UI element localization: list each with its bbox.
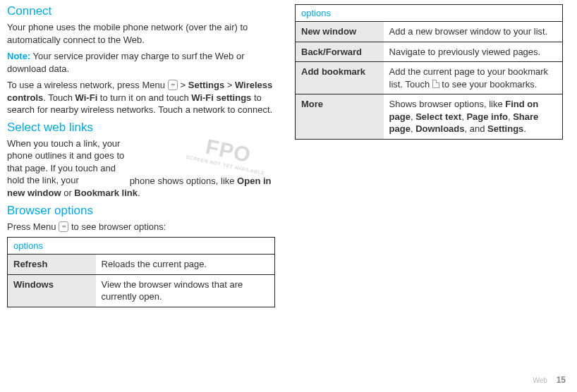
left-column: Connect Your phone uses the mobile phone…: [7, 4, 275, 392]
touch-txt: . Touch: [43, 92, 75, 103]
options-table-left: options Refresh Reloads the current page…: [7, 237, 275, 307]
wireless-pre: To use a wireless network, press Menu: [7, 80, 168, 90]
page-info-bold: Page info: [466, 111, 508, 122]
row-val-add-bookmark: Add the current page to your bookmark li…: [384, 62, 563, 94]
row-key-add-bookmark: Add bookmark: [296, 62, 384, 94]
note-text: Your service provider may charge to surf…: [7, 51, 244, 74]
footer-section: Web: [533, 376, 547, 384]
footer-page-number: 15: [557, 375, 566, 385]
wifi-settings-bold: Wi-Fi settings: [191, 92, 251, 103]
table-header: options: [8, 238, 275, 255]
row-val-windows: View the browser windows that are curren…: [96, 274, 275, 307]
turnon-txt: to turn it on and touch: [97, 92, 191, 103]
table-row: Refresh Reloads the current page.: [8, 255, 275, 275]
row-val-new-window: Add a new browser window to your list.: [384, 22, 563, 42]
select-web-links-block: FPO SCREEN NOT YET AVAILABLE When you to…: [7, 137, 275, 204]
wifi-bold: Wi-Fi: [75, 92, 98, 103]
gt2: >: [224, 80, 235, 90]
settings-bold: Settings: [188, 80, 224, 90]
bookmark-icon: [432, 80, 439, 88]
table-header-row: options: [296, 5, 563, 22]
period2: .: [523, 123, 526, 134]
bookmark-link-bold: Bookmark link: [74, 188, 138, 198]
browser-intro-b: to see browser options:: [68, 221, 166, 232]
row-key-windows: Windows: [8, 274, 96, 307]
row-val-back-forward: Navigate to previously viewed pages.: [384, 42, 563, 62]
more-text-a: Shows browser options, like: [389, 99, 506, 109]
note-label: Note:: [7, 51, 30, 61]
heading-select-web-links: Select web links: [7, 121, 275, 135]
note-paragraph: Note: Your service provider may charge t…: [7, 50, 275, 75]
select-text-b: phone shows options, like: [130, 175, 237, 185]
period1: .: [138, 188, 140, 198]
settings-bold2: Settings: [487, 123, 523, 134]
page-footer: Web 15: [533, 375, 566, 385]
table-header: options: [296, 5, 563, 22]
table-row: Windows View the browser windows that ar…: [8, 274, 275, 307]
menu-key-icon: ▫▫: [59, 221, 68, 232]
table-row: Back/Forward Navigate to previously view…: [296, 42, 563, 62]
row-key-more: More: [296, 94, 384, 140]
row-val-more: Shows browser options, like Find on page…: [384, 94, 563, 140]
gt1: >: [178, 80, 188, 90]
and-txt: , and: [464, 123, 487, 134]
table-row: Add bookmark Add the current page to you…: [296, 62, 563, 94]
select-text-bold: Select text: [415, 111, 461, 122]
options-table-right: options New window Add a new browser win…: [295, 4, 563, 140]
table-header-row: options: [8, 238, 275, 255]
row-key-back-forward: Back/Forward: [296, 42, 384, 62]
table-row: More Shows browser options, like Find on…: [296, 94, 563, 140]
right-column: options New window Add a new browser win…: [295, 4, 563, 392]
table-row: New window Add a new browser window to y…: [296, 22, 563, 42]
heading-connect: Connect: [7, 4, 275, 18]
browser-intro-a: Press Menu: [7, 221, 59, 232]
row-key-refresh: Refresh: [8, 255, 96, 275]
select-text-a: When you touch a link, your phone outlin…: [7, 137, 127, 187]
row-key-new-window: New window: [296, 22, 384, 42]
wireless-paragraph: To use a wireless network, press Menu ▫▫…: [7, 79, 275, 116]
downloads-bold: Downloads: [415, 123, 464, 134]
row-val-refresh: Reloads the current page.: [96, 255, 275, 275]
heading-browser-options: Browser options: [7, 204, 275, 218]
bookmark-text-b: to see your bookmarks.: [439, 79, 537, 90]
browser-intro: Press Menu ▫▫ to see browser options:: [7, 221, 275, 233]
connect-paragraph: Your phone uses the mobile phone network…: [7, 21, 275, 46]
or-txt: or: [61, 188, 75, 198]
menu-key-icon: ▫▫: [168, 80, 178, 90]
